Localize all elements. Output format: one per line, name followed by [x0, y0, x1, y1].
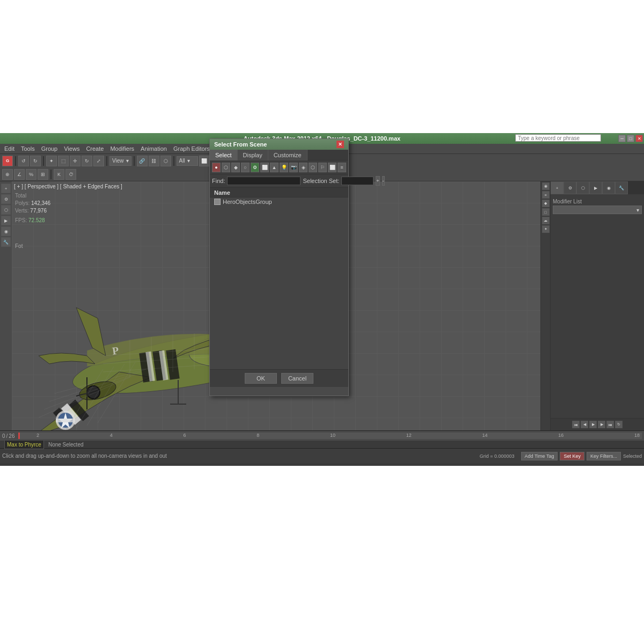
redo-button[interactable]: ↻: [30, 156, 41, 166]
layer-dropdown[interactable]: All ▾: [177, 156, 198, 166]
selection-set-del[interactable]: -: [382, 176, 385, 186]
display-panel-btn[interactable]: ◉: [1, 226, 11, 236]
dialog-tab-customize[interactable]: Customize: [268, 150, 308, 160]
modifier-list-dropdown[interactable]: ▾: [553, 206, 642, 214]
utility-tab[interactable]: 🔧: [615, 181, 628, 194]
hierarchy-panel-btn[interactable]: ⬡: [1, 205, 11, 215]
loop-btn[interactable]: ↻: [615, 421, 623, 428]
selection-set-add[interactable]: +: [376, 176, 379, 186]
filter7-btn[interactable]: 💡: [280, 163, 288, 172]
list-item[interactable]: HeroObjectsGroup: [210, 197, 348, 206]
menu-item-views[interactable]: Views: [64, 145, 79, 152]
menu-item-group[interactable]: Group: [41, 145, 58, 152]
unlink-button[interactable]: ⛓: [149, 156, 159, 166]
filter1-btn[interactable]: ⬡: [222, 163, 230, 172]
filter5-btn[interactable]: ⬜: [260, 163, 269, 172]
layer-manager-btn[interactable]: ≡: [542, 191, 550, 199]
filter4-btn[interactable]: ⚙: [251, 163, 259, 172]
modify-panel-btn[interactable]: ⚙: [1, 194, 11, 204]
menu-item-tools[interactable]: Tools: [21, 145, 35, 152]
next-frame-btn[interactable]: ▶: [598, 421, 605, 428]
environment-btn[interactable]: ☁: [542, 217, 550, 224]
effects-btn[interactable]: ✦: [542, 225, 550, 233]
move-button[interactable]: ✛: [70, 156, 80, 166]
reference-dropdown[interactable]: View ▾: [109, 156, 131, 166]
play-btn[interactable]: ▶: [589, 421, 597, 428]
bind-button[interactable]: ⬡: [160, 156, 171, 166]
toolbar-sep-2: [43, 156, 44, 166]
menu-item-animation[interactable]: Animation: [141, 145, 167, 152]
filter8-btn[interactable]: 📷: [289, 163, 298, 172]
reference-label: View: [112, 158, 124, 164]
prev-key-btn[interactable]: ⏮: [572, 421, 580, 428]
filter9-btn[interactable]: ◈: [299, 163, 308, 172]
select-region-button[interactable]: ⬚: [58, 156, 69, 166]
dialog-object-list[interactable]: HeroObjectsGroup: [210, 197, 348, 369]
mirror-button[interactable]: ⬜: [199, 156, 210, 166]
menu-item-modifiers[interactable]: Modifiers: [110, 145, 134, 152]
filter10-btn[interactable]: ⬡: [309, 163, 317, 172]
undo-button[interactable]: ↺: [18, 156, 29, 166]
polys-label: Polys:: [15, 200, 30, 206]
scene-explorer-btn[interactable]: ◉: [542, 182, 550, 190]
display-tab[interactable]: ◉: [602, 181, 615, 194]
key-filters-btn[interactable]: Key Filters...: [587, 452, 621, 460]
max-icon-button[interactable]: G: [2, 156, 13, 166]
dialog-close-button[interactable]: ✕: [336, 141, 344, 148]
next-key-btn[interactable]: ⏭: [606, 421, 614, 428]
dialog-find-row: Find: Selection Set: + -: [210, 174, 348, 188]
expand-btn[interactable]: ⬜: [328, 163, 336, 172]
spinner-snap-toggle[interactable]: ⊞: [38, 169, 48, 180]
set-key-btn[interactable]: Set Key: [560, 452, 584, 460]
filter6-btn[interactable]: ▲: [270, 163, 279, 172]
create-tab[interactable]: +: [551, 181, 564, 194]
motion-tab[interactable]: ▶: [589, 181, 602, 194]
modify-tab[interactable]: ⚙: [564, 181, 576, 194]
create-panel-btn[interactable]: +: [1, 184, 11, 193]
search-input[interactable]: [515, 134, 601, 142]
minimize-button[interactable]: ─: [618, 135, 626, 142]
utility-panel-btn[interactable]: 🔧: [1, 237, 11, 247]
select-button[interactable]: ✦: [46, 156, 57, 166]
current-frame: 0: [2, 433, 5, 439]
angle-snap-toggle[interactable]: ∠: [14, 169, 25, 180]
maximize-button[interactable]: □: [627, 135, 634, 142]
timeline-track[interactable]: 2 4 6 8 10 12 14 16 18: [18, 433, 642, 439]
dialog-tab-select[interactable]: Select: [210, 150, 238, 160]
selected-label: Selected: [623, 453, 642, 459]
snap-toggle[interactable]: ⊕: [2, 169, 13, 180]
key-mode-toggle[interactable]: K: [54, 169, 64, 180]
menu-item-edit[interactable]: Edit: [4, 145, 14, 152]
menu-item-create[interactable]: Create: [86, 145, 104, 152]
ok-button[interactable]: OK: [245, 373, 277, 384]
all-btn[interactable]: ●: [212, 163, 221, 172]
select-from-scene-dialog[interactable]: Select From Scene ✕ Select Display Custo…: [209, 138, 349, 396]
percent-snap-toggle[interactable]: %: [26, 169, 36, 180]
find-input[interactable]: [227, 177, 301, 185]
link-button[interactable]: 🔗: [137, 156, 148, 166]
selection-set-input[interactable]: [341, 177, 374, 185]
find-label: Find:: [212, 178, 225, 184]
filter2-btn[interactable]: ◆: [231, 163, 240, 172]
sort-btn[interactable]: ⚐: [318, 163, 327, 172]
toolbar-sep-4: [134, 156, 135, 166]
menu-item-graph-editors[interactable]: Graph Editors: [173, 145, 210, 152]
motion-panel-btn[interactable]: ▶: [1, 216, 11, 225]
add-time-tag-btn[interactable]: Add Time Tag: [521, 452, 558, 460]
prev-frame-btn[interactable]: ◀: [581, 421, 588, 428]
material-editor-btn[interactable]: ◆: [542, 200, 550, 207]
fps-label: FPS:: [15, 217, 27, 223]
time-cfg-button[interactable]: ⏱: [65, 169, 76, 180]
right-panel-content: Modifier List ▾: [551, 194, 644, 418]
rotate-button[interactable]: ↻: [82, 156, 92, 166]
scale-button[interactable]: ⤢: [93, 156, 104, 166]
hierarchy-tab[interactable]: ⬡: [576, 181, 589, 194]
title-bar-controls: ─ □ ✕: [618, 135, 643, 142]
collapse-btn[interactable]: ≡: [338, 163, 346, 172]
close-button[interactable]: ✕: [635, 135, 643, 142]
filter3-btn[interactable]: ○: [241, 163, 250, 172]
render-frame-btn[interactable]: □: [542, 208, 550, 216]
dialog-tab-display[interactable]: Display: [238, 150, 268, 160]
timeline[interactable]: 0 / 26 2 4 6 8 10 12 14 16 18: [0, 431, 644, 441]
cancel-button[interactable]: Cancel: [281, 373, 313, 384]
